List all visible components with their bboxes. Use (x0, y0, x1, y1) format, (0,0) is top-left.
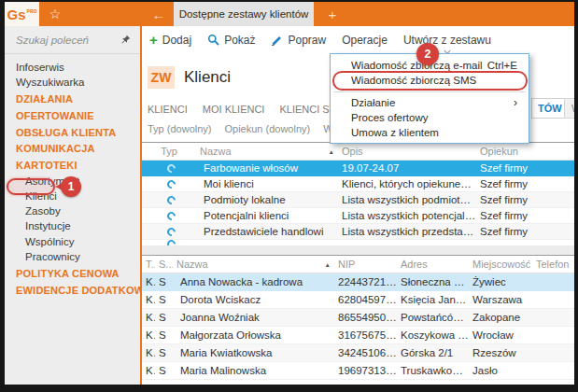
toolbar-button-pokaż[interactable]: Pokaż (207, 34, 255, 47)
refresh-icon (165, 240, 177, 245)
back-arrow-icon[interactable]: ← (145, 2, 173, 26)
client-nip-cell: 3167567542 (334, 329, 397, 341)
client-type-cell: K.. (142, 365, 155, 376)
sidebar-item-kartoteki[interactable]: KARTOTEKI (5, 158, 140, 173)
module-badge: ZW (148, 66, 175, 89)
refresh-icon (165, 228, 177, 236)
annotation-step-1-badge: 1 (61, 176, 81, 197)
menu-item-label: Umowa z klientem (351, 127, 439, 138)
client-name-cell: Anna Nowacka - kadrowa (173, 276, 334, 287)
column-header-adres[interactable]: Adres (397, 259, 469, 270)
app-logo[interactable]: GsPRO (5, 2, 39, 26)
favorites-star-icon[interactable]: ☆ (39, 2, 71, 26)
sidebar-item-komunikacja[interactable]: KOMUNIKACJA (5, 141, 140, 156)
filter-opiekun-dowolny[interactable]: Opiekun (dowolny) (224, 123, 310, 134)
filter-typ-dowolny[interactable]: Typ (dowolny) (148, 123, 211, 134)
tab-ws[interactable]: WS (564, 98, 574, 119)
client-name-cell: Dorota Wciskacz (173, 294, 334, 305)
sidebar-item-polityka-cenowa[interactable]: POLITYKA CENOWA (5, 266, 140, 281)
pin-icon[interactable] (120, 35, 131, 45)
table-row[interactable]: K..SJoanna Woźniak8655495096Powstańców L… (142, 309, 574, 327)
client-city-cell: Warszawa (469, 294, 532, 305)
clients-table-header: T..S...Nazwa▲NIPAdresMiejscowośćTelefon (142, 256, 574, 273)
toolbar-button-utwórz-z-zestawu[interactable]: Utwórz z zestawu (403, 34, 491, 47)
tab-tów[interactable]: TÓW (531, 98, 569, 119)
sidebar-item-infoserwis[interactable]: Infoserwis (5, 60, 140, 75)
client-name-cell: Joanna Woźniak (173, 312, 334, 323)
app-logo-text: Gs (7, 7, 26, 22)
client-city-cell: Jasło (469, 365, 532, 376)
client-address-cell: Truskawkowa 12 (397, 365, 469, 376)
client-name-cell: Małgorzata Orłowska (173, 329, 334, 341)
sidebar-item-wyszukiwarka[interactable]: Wyszukiwarka (5, 75, 140, 90)
client-city-cell: Rzeszów (469, 347, 532, 358)
utworz-z-zestawu-dropdown-menu: Wiadomość zbiorczą e-mailCtrl+EWiadomość… (330, 53, 529, 144)
sidebar-item-instytucje[interactable]: Instytucje (5, 218, 140, 233)
set-description-cell: Klienci, których opiekunem jest z... (338, 178, 476, 189)
client-city-cell: Żywiec (469, 276, 532, 287)
toolbar-button-label: Utwórz z zestawu (403, 34, 491, 47)
table-row[interactable]: K..SMałgorzata Orłowska3167567542Koszyko… (142, 327, 574, 344)
sidebar-item-zasoby[interactable]: Zasoby (5, 203, 140, 218)
toolbar-button-operacje[interactable]: Operacje (342, 34, 388, 47)
set-owner-cell: Szef firmy (476, 210, 574, 221)
app-window: GsPRO ☆ ← Dostępne zestawy klientów + Sz… (5, 2, 574, 385)
table-row[interactable]: K..SMaria Malinowska1969731377Truskawkow… (142, 362, 574, 380)
set-description-cell: 19.07-24.07 (338, 162, 476, 174)
client-nip-cell: 1969731377 (334, 365, 397, 376)
table-row[interactable]: Farbowanie włosów19.07-24.07Szef firmy (142, 161, 574, 176)
column-header-telefon[interactable]: Telefon (532, 259, 574, 270)
column-header-opiekun[interactable]: Opiekun (476, 146, 574, 157)
window-tab-active[interactable]: Dostępne zestawy klientów (174, 2, 314, 26)
column-header-s[interactable]: S... (155, 259, 173, 270)
table-row[interactable]: K..SAnna Nowacka - kadrowa2244372182Słon… (142, 273, 574, 291)
table-row[interactable]: Potencjalni klienciLista wszystkich pote… (142, 208, 574, 224)
tab-moi-klienci[interactable]: MOI KLIENCI (203, 104, 265, 115)
sidebar-item-ewidencje-dodatkowe[interactable]: EWIDENCJE DODATKOWE (5, 283, 140, 298)
menu-item-proces-ofertowy[interactable]: Proces ofertowy (331, 110, 529, 125)
column-header-typ[interactable]: Typ (142, 146, 196, 157)
column-header-nazwa[interactable]: Nazwa▲ (173, 259, 334, 270)
set-description-cell: Lista wszystkich przedstawicieli h... (338, 226, 476, 237)
menu-item-umowa-z-klientem[interactable]: Umowa z klientem (331, 125, 529, 140)
app-logo-pro: PRO (27, 8, 37, 14)
client-type-cell: K.. (142, 276, 155, 287)
client-nip-cell: 2244372182 (334, 276, 397, 287)
new-tab-plus-icon[interactable]: + (320, 2, 345, 26)
command-search-input[interactable]: Szukaj poleceń (5, 26, 140, 54)
column-header-nazwa[interactable]: Nazwa▲ (196, 146, 338, 157)
sidebar-item-ofertowanie[interactable]: OFERTOWANIE (5, 108, 140, 123)
table-row[interactable]: Przedstawiciele handlowiLista wszystkich… (142, 224, 574, 240)
client-status-cell: S (155, 312, 173, 323)
refresh-icon (165, 196, 177, 204)
screenshot-frame: GsPRO ☆ ← Dostępne zestawy klientów + Sz… (0, 0, 578, 392)
toolbar-button-popraw[interactable]: Popraw (271, 34, 326, 47)
client-status-cell: S (155, 276, 173, 287)
sidebar-item-pracownicy[interactable]: Pracownicy (5, 249, 140, 264)
column-header-opis[interactable]: Opis (338, 146, 476, 157)
table-row[interactable]: Moi klienciKlienci, których opiekunem je… (142, 176, 574, 192)
table-row[interactable]: K..SDorota Wciskacz6280459730Księcia Jan… (142, 291, 574, 309)
column-header-miejscowość[interactable]: Miejscowość (469, 259, 532, 270)
toolbar-button-dodaj[interactable]: +Dodaj (149, 34, 191, 47)
set-type-cell (142, 164, 196, 173)
sidebar: Szukaj poleceń InfoserwisWyszukiwarkaDZI… (5, 26, 140, 385)
client-nip-cell: 3424510692 (334, 347, 397, 358)
sidebar-item-działania[interactable]: DZIAŁANIA (5, 91, 140, 106)
page-title: Klienci (184, 68, 231, 87)
set-owner-cell: Szef firmy (476, 178, 574, 189)
menu-item-działanie[interactable]: Działanie› (331, 95, 529, 110)
set-description-cell: Lista wszystkich podmiotów z mi... (338, 194, 476, 205)
set-type-cell (142, 212, 196, 220)
tab-klienci[interactable]: KLIENCI (148, 104, 188, 115)
sidebar-item-wspólnicy[interactable]: Wspólnicy (5, 234, 140, 249)
sidebar-item-obsługa-klienta[interactable]: OBSŁUGA KLIENTA (5, 125, 140, 140)
table-row[interactable]: K..SMaria Kwiatkowska3424510692Górska 2/… (142, 344, 574, 362)
menu-item-label: Działanie (351, 97, 395, 108)
clients-table: T..S...Nazwa▲NIPAdresMiejscowośćTelefonK… (142, 255, 574, 380)
client-status-cell: S (155, 294, 173, 305)
table-row[interactable]: Podmioty lokalneLista wszystkich podmiot… (142, 192, 574, 208)
toolbar: +DodajPokażPoprawOperacjeUtwórz z zestaw… (142, 26, 574, 53)
column-header-t[interactable]: T.. (142, 259, 155, 270)
column-header-nip[interactable]: NIP (334, 259, 397, 270)
